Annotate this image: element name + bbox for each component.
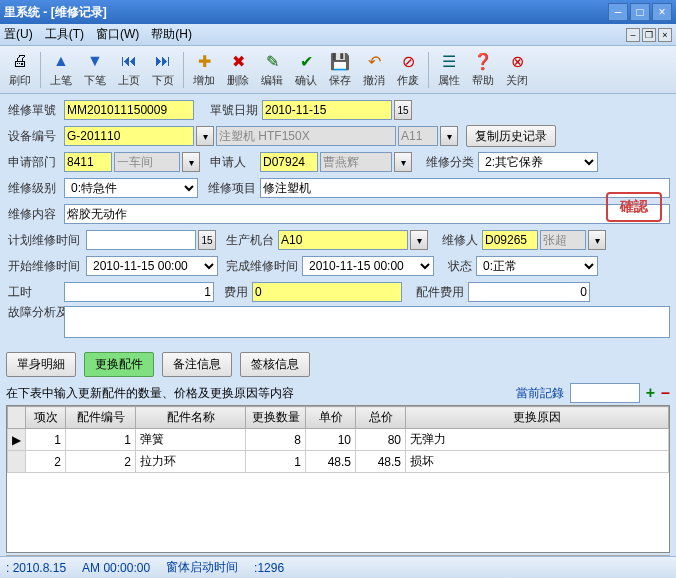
tb-save[interactable]: 💾保存 (324, 48, 356, 92)
applydept-code[interactable] (64, 152, 112, 172)
status-launch-val: :1296 (254, 561, 284, 575)
applicant-code[interactable] (260, 152, 318, 172)
mdi-close[interactable]: × (658, 28, 672, 42)
status-select[interactable]: 0:正常 (476, 256, 598, 276)
props-icon: ☰ (439, 51, 459, 71)
repairer-lookup[interactable]: ▾ (588, 230, 606, 250)
subgrid-hint: 在下表中输入更新配件的数量、价格及更换原因等内容 (6, 385, 294, 402)
applydept-lookup[interactable]: ▾ (182, 152, 200, 172)
maintlevel-select[interactable]: 0:特急件 (64, 178, 198, 198)
cost-label: 费用 (222, 284, 250, 301)
equipdept-field (398, 126, 438, 146)
close-icon: ⊗ (507, 51, 527, 71)
docno-label: 维修單號 (6, 102, 62, 119)
minimize-button[interactable]: – (608, 3, 628, 21)
mdi-minimize[interactable]: – (626, 28, 640, 42)
toolbar: 🖨刷印 ▲上笔 ▼下笔 ⏮上页 ⏭下页 ✚增加 ✖删除 ✎编辑 ✔确认 💾保存 … (0, 46, 676, 94)
remove-row-button[interactable]: – (661, 384, 670, 402)
window-buttons: – □ × (608, 3, 672, 21)
prodstation-label: 生产机台 (224, 232, 276, 249)
prodstation-input[interactable] (278, 230, 408, 250)
tb-void[interactable]: ⊘作废 (392, 48, 424, 92)
equipno-lookup[interactable]: ▾ (196, 126, 214, 146)
col-total[interactable]: 总价 (356, 407, 406, 429)
form-area: 確認 维修單號 單號日期 15 设备编号 ▾ ▾ 复制历史记录 申请部门 ▾ 申… (0, 94, 676, 348)
plantime-input[interactable] (86, 230, 196, 250)
tb-prev-rec[interactable]: ▲上笔 (45, 48, 77, 92)
menu-help[interactable]: 帮助(H) (151, 26, 192, 43)
maintcontent-input[interactable] (64, 204, 670, 224)
tab-approval[interactable]: 签核信息 (240, 352, 310, 377)
void-icon: ⊘ (398, 51, 418, 71)
date-picker-button[interactable]: 15 (394, 100, 412, 120)
maintitem-label: 维修项目 (206, 180, 258, 197)
tab-remarks[interactable]: 备注信息 (162, 352, 232, 377)
starttime-input[interactable]: 2010-11-15 00:00 (86, 256, 218, 276)
tb-help[interactable]: ❓帮助 (467, 48, 499, 92)
col-partname[interactable]: 配件名称 (136, 407, 246, 429)
print-icon: 🖨 (10, 51, 30, 71)
menu-tools[interactable]: 工具(T) (45, 26, 84, 43)
parts-grid[interactable]: 项次 配件编号 配件名称 更换数量 单价 总价 更换原因 ▶ 1 1 弹簧 8 … (6, 405, 670, 553)
cost-input[interactable] (252, 282, 402, 302)
maintclass-select[interactable]: 2:其它保养 (478, 152, 598, 172)
mdi-restore[interactable]: ❐ (642, 28, 656, 42)
tb-add[interactable]: ✚增加 (188, 48, 220, 92)
col-price[interactable]: 单价 (306, 407, 356, 429)
finishtime-label: 完成维修时间 (224, 258, 300, 275)
table-row[interactable]: 2 2 拉力环 1 48.5 48.5 损坏 (8, 451, 669, 473)
col-reason[interactable]: 更换原因 (406, 407, 669, 429)
applicant-lookup[interactable]: ▾ (394, 152, 412, 172)
copy-history-button[interactable]: 复制历史记录 (466, 125, 556, 147)
partcost-input[interactable] (468, 282, 590, 302)
menu-settings[interactable]: 置(U) (4, 26, 33, 43)
undo-icon: ↶ (364, 51, 384, 71)
current-record-field[interactable] (570, 383, 640, 403)
tb-confirm[interactable]: ✔确认 (290, 48, 322, 92)
table-row[interactable]: ▶ 1 1 弹簧 8 10 80 无弹力 (8, 429, 669, 451)
tb-print[interactable]: 🖨刷印 (4, 48, 36, 92)
tab-detail[interactable]: 單身明細 (6, 352, 76, 377)
tb-delete[interactable]: ✖删除 (222, 48, 254, 92)
starttime-label: 开始维修时间 (6, 258, 84, 275)
add-row-button[interactable]: + (646, 384, 655, 402)
fault-label: 故障分析及工作明细 (6, 306, 62, 318)
tab-parts[interactable]: 更换配件 (84, 352, 154, 377)
applydept-label: 申请部门 (6, 154, 62, 171)
tb-undo[interactable]: ↶撤消 (358, 48, 390, 92)
maintcontent-label: 维修内容 (6, 206, 62, 223)
edit-icon: ✎ (262, 51, 282, 71)
prev-page-icon: ⏮ (119, 51, 139, 71)
mdi-buttons: – ❐ × (626, 28, 672, 42)
col-seq[interactable]: 项次 (26, 407, 66, 429)
finishtime-input[interactable]: 2010-11-15 00:00 (302, 256, 434, 276)
hours-input[interactable] (64, 282, 214, 302)
docdate-input[interactable] (262, 100, 392, 120)
menu-window[interactable]: 窗口(W) (96, 26, 139, 43)
help-icon: ❓ (473, 51, 493, 71)
equipno-input[interactable] (64, 126, 194, 146)
tb-close[interactable]: ⊗关闭 (501, 48, 533, 92)
current-record-label: 當前記錄 (516, 385, 564, 402)
maximize-button[interactable]: □ (630, 3, 650, 21)
repairer-code[interactable] (482, 230, 538, 250)
next-page-icon: ⏭ (153, 51, 173, 71)
plantime-picker[interactable]: 15 (198, 230, 216, 250)
partcost-label: 配件费用 (414, 284, 466, 301)
col-partno[interactable]: 配件编号 (66, 407, 136, 429)
hours-label: 工时 (6, 284, 62, 301)
equip-dropdown[interactable]: ▾ (440, 126, 458, 146)
tb-next-rec[interactable]: ▼下笔 (79, 48, 111, 92)
prodstation-lookup[interactable]: ▾ (410, 230, 428, 250)
tb-props[interactable]: ☰属性 (433, 48, 465, 92)
status-time: AM 00:00:00 (82, 561, 150, 575)
col-qty[interactable]: 更换数量 (246, 407, 306, 429)
tb-next-page[interactable]: ⏭下页 (147, 48, 179, 92)
fault-textarea[interactable] (64, 306, 670, 338)
subgrid-info: 在下表中输入更新配件的数量、价格及更换原因等内容 當前記錄 + – (0, 381, 676, 405)
docno-input[interactable] (64, 100, 194, 120)
tb-prev-page[interactable]: ⏮上页 (113, 48, 145, 92)
close-button[interactable]: × (652, 3, 672, 21)
down-arrow-icon: ▼ (85, 51, 105, 71)
tb-edit[interactable]: ✎编辑 (256, 48, 288, 92)
